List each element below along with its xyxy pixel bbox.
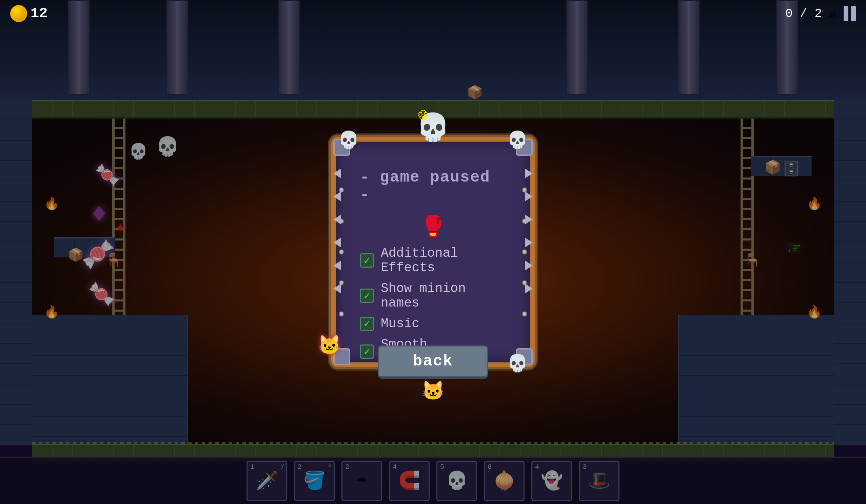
pause-overlay: 💀 🏵: [0, 0, 866, 504]
back-button[interactable]: back: [378, 345, 488, 377]
spike: [333, 215, 341, 224]
checkbox-show-minion-names[interactable]: ✓: [360, 289, 374, 303]
spike: [525, 169, 533, 178]
pause-bar-1: [844, 6, 848, 21]
spike: [525, 215, 533, 224]
coin-display: 12: [10, 5, 47, 22]
spike: [333, 192, 341, 201]
skull-corner-tl: 💀: [338, 130, 359, 151]
checkbox-music[interactable]: ✓: [360, 317, 374, 331]
checkbox-additional-effects[interactable]: ✓: [360, 253, 374, 267]
pause-button[interactable]: [844, 6, 856, 21]
modal-frame: - game paused - 🥊 ✓ Additional Effects ✓: [331, 137, 535, 367]
pause-modal: 💀 🏵: [331, 137, 535, 367]
skull-corner-br: 💀: [507, 353, 528, 374]
red-cat-modal: 🐱: [318, 334, 341, 357]
checkbox-row-show-minion-names[interactable]: ✓ Show minion names: [360, 281, 506, 310]
spike: [525, 261, 533, 270]
modal-content: - game paused - 🥊 ✓ Additional Effects ✓: [343, 148, 523, 356]
spike: [525, 238, 533, 247]
character-top: 💀 🏵: [416, 112, 450, 145]
check-icon: ✓: [364, 345, 370, 358]
spike: [525, 192, 533, 201]
back-button-container: back: [378, 345, 488, 377]
spike: [333, 284, 341, 293]
checkbox-label-show-minion-names: Show minion names: [381, 281, 506, 310]
spikes-right: [525, 169, 533, 293]
hud-top: 12 0 / 2 ☠: [0, 0, 866, 27]
skull-corner-tr: 💀: [507, 130, 528, 151]
checkbox-row-additional-effects[interactable]: ✓ Additional Effects: [360, 246, 506, 275]
coin-count: 12: [31, 5, 47, 22]
checkbox-row-music[interactable]: ✓ Music: [360, 316, 506, 331]
spike: [333, 261, 341, 270]
skull-icon-hud: ☠: [829, 5, 837, 22]
checkbox-smooth-animations[interactable]: ✓: [360, 344, 374, 359]
check-icon: ✓: [364, 254, 370, 267]
check-icon: ✓: [364, 290, 370, 302]
settings-icon: 🥊: [420, 214, 446, 239]
coin-icon: [10, 5, 27, 22]
spike: [333, 169, 341, 178]
spike: [525, 284, 533, 293]
spike: [333, 238, 341, 247]
hud-right: 0 / 2 ☠: [785, 5, 856, 22]
checkbox-label-additional-effects: Additional Effects: [381, 246, 506, 275]
pause-bar-2: [851, 6, 856, 21]
checkbox-label-music: Music: [381, 316, 420, 331]
game-paused-title: - game paused -: [360, 169, 506, 204]
enemy-count: 0 / 2: [785, 7, 822, 21]
modal-cat-icon: 🐱: [421, 380, 445, 403]
spikes-left: [333, 169, 341, 293]
check-icon: ✓: [364, 317, 370, 330]
